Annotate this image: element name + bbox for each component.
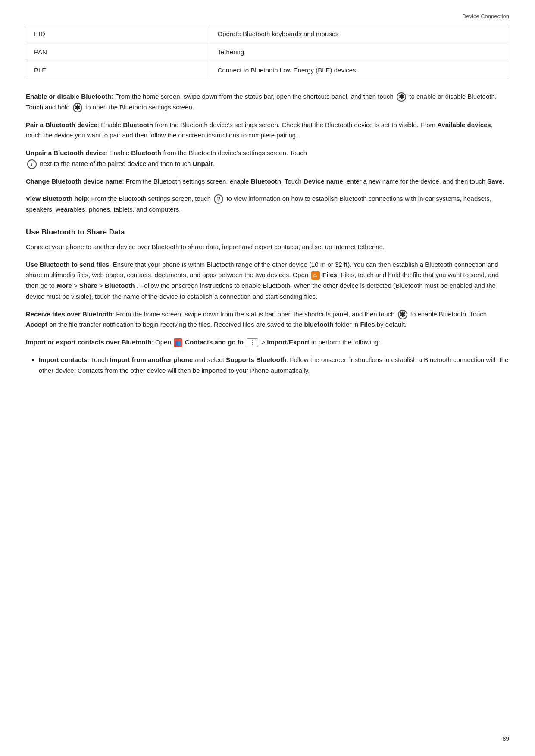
section-heading: Use Bluetooth to Share Data: [26, 228, 509, 237]
view-help-paragraph: View Bluetooth help: From the Bluetooth …: [26, 194, 509, 215]
table-row: HIDOperate Bluetooth keyboards and mouse…: [26, 25, 509, 43]
enable-disable-bold: Enable or disable Bluetooth: [26, 93, 111, 100]
table-row: PANTethering: [26, 43, 509, 61]
bluetooth-icon-2: ✱: [73, 103, 82, 112]
table-cell-description: Connect to Bluetooth Low Energy (BLE) de…: [210, 61, 509, 79]
device-table: HIDOperate Bluetooth keyboards and mouse…: [26, 25, 509, 79]
header-label: Device Connection: [26, 13, 509, 19]
send-files-paragraph: Use Bluetooth to send files: Ensure that…: [26, 259, 509, 302]
import-export-paragraph: Import or export contacts over Bluetooth…: [26, 337, 509, 348]
files-app-icon: 🗂: [311, 271, 320, 280]
pair-device-bold: Pair a Bluetooth device: [26, 121, 97, 128]
change-name-bold: Change Bluetooth device name: [26, 178, 122, 185]
unpair-bold: Unpair a Bluetooth device: [26, 149, 106, 156]
table-cell-protocol: BLE: [26, 61, 210, 79]
info-icon: i: [27, 159, 37, 169]
bluetooth-icon-3: ✱: [398, 310, 407, 319]
bluetooth-icon-1: ✱: [397, 92, 406, 102]
enable-disable-paragraph: Enable or disable Bluetooth: From the ho…: [26, 91, 509, 113]
table-cell-description: Tethering: [210, 43, 509, 61]
table-cell-description: Operate Bluetooth keyboards and mouses: [210, 25, 509, 43]
share-data-intro: Connect your phone to another device ove…: [26, 242, 509, 253]
import-contacts-list: Import contacts: Touch Import from anoth…: [39, 355, 509, 376]
more-menu-icon: ⋮: [247, 338, 258, 347]
send-files-bold: Use Bluetooth to send files: [26, 261, 109, 268]
view-help-bold: View Bluetooth help: [26, 195, 88, 202]
table-row: BLEConnect to Bluetooth Low Energy (BLE)…: [26, 61, 509, 79]
receive-files-bold: Receive files over Bluetooth: [26, 310, 113, 318]
import-contacts-item: Import contacts: Touch Import from anoth…: [39, 355, 509, 376]
contacts-app-icon: 👥: [174, 338, 182, 347]
import-contacts-bold: Import contacts: [39, 356, 88, 363]
page-number: 89: [502, 735, 509, 742]
pair-device-paragraph: Pair a Bluetooth device: Enable Bluetoot…: [26, 120, 509, 141]
unpair-device-paragraph: Unpair a Bluetooth device: Enable Blueto…: [26, 148, 509, 169]
import-export-bold: Import or export contacts over Bluetooth: [26, 338, 152, 346]
table-cell-protocol: PAN: [26, 43, 210, 61]
receive-files-paragraph: Receive files over Bluetooth: From the h…: [26, 309, 509, 331]
table-cell-protocol: HID: [26, 25, 210, 43]
change-name-paragraph: Change Bluetooth device name: From the B…: [26, 176, 509, 187]
question-icon: ?: [214, 194, 223, 204]
